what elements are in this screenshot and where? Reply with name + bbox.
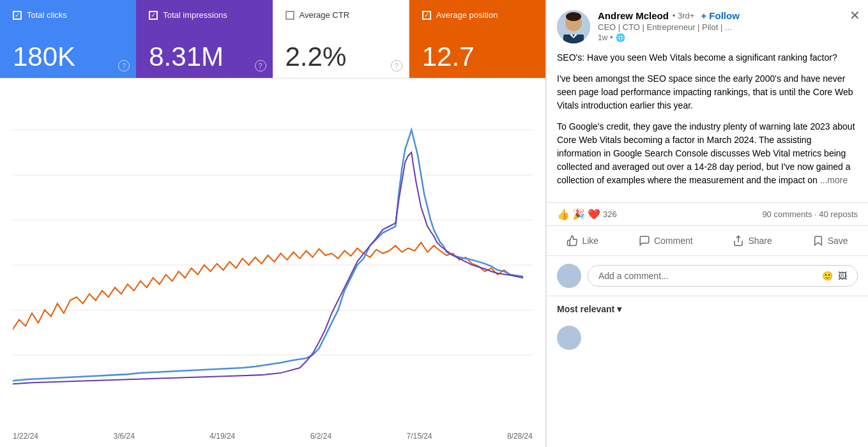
avg-ctr-checkbox[interactable] <box>286 11 294 20</box>
actions-row: Like Comment Share Save <box>547 226 868 256</box>
avg-ctr-help-icon[interactable]: ? <box>391 60 402 72</box>
reaction-heart-icon: ❤️ <box>588 208 600 220</box>
comment-input-icons: 🙂 🖼 <box>822 271 847 281</box>
metric-total-clicks[interactable]: ✓ Total clicks 180K ? <box>0 0 136 78</box>
post-paragraph-2: I've been amongst the SEO space since th… <box>557 72 858 112</box>
metric-total-impressions[interactable]: ✓ Total impressions 8.31M ? <box>136 0 272 78</box>
x-axis-labels: 1/22/24 3/6/24 4/19/24 6/2/24 7/15/24 8/… <box>0 432 545 447</box>
avatar <box>557 10 590 43</box>
comment-input[interactable]: Add a comment... 🙂 🖼 <box>588 265 858 287</box>
comments-count: 90 comments <box>762 209 812 219</box>
post-paragraph-1: SEO's: Have you seen Web Vitals become a… <box>557 51 858 64</box>
post-time: 1w <box>598 33 607 42</box>
comment-label: Comment <box>654 236 693 246</box>
close-button[interactable]: ✕ <box>849 8 860 23</box>
total-clicks-checkbox[interactable]: ✓ <box>13 11 22 20</box>
reposts-count: 40 reposts <box>819 209 858 219</box>
share-icon <box>733 235 744 246</box>
search-console-panel: ✓ Total clicks 180K ? ✓ Total impression… <box>0 0 546 447</box>
total-impressions-label: Total impressions <box>163 10 227 20</box>
reaction-like-icon: 👍 <box>557 208 570 220</box>
follow-button[interactable]: + Follow <box>701 10 739 21</box>
total-clicks-value: 180K <box>13 43 123 70</box>
avg-ctr-label: Average CTR <box>300 10 350 20</box>
share-button[interactable]: Share <box>722 229 782 253</box>
total-impressions-value: 8.31M <box>149 43 259 70</box>
performance-chart-svg <box>13 91 533 400</box>
reaction-count: 326 <box>603 209 617 219</box>
x-label-0: 1/22/24 <box>13 432 38 441</box>
image-icon[interactable]: 🖼 <box>838 271 847 281</box>
comment-icon <box>639 235 650 246</box>
reaction-celebrate-icon: 🎉 <box>572 208 585 220</box>
total-clicks-help-icon[interactable]: ? <box>118 60 130 72</box>
more-link[interactable]: ...more <box>820 175 848 185</box>
dot-separator: • <box>610 33 613 42</box>
post-content: SEO's: Have you seen Web Vitals become a… <box>547 51 868 202</box>
metric-total-clicks-header: ✓ Total clicks <box>13 10 123 20</box>
globe-icon: 🌐 <box>616 33 625 42</box>
reactions-right: 90 comments · 40 reposts <box>762 209 858 219</box>
like-icon <box>567 235 578 246</box>
metric-total-impressions-header: ✓ Total impressions <box>149 10 259 20</box>
save-button[interactable]: Save <box>802 229 858 253</box>
bottom-comment-row <box>547 319 868 356</box>
metric-avg-ctr[interactable]: Average CTR 2.2% ? <box>273 0 409 78</box>
post-header: Andrew Mcleod • 3rd+ + Follow CEO | CTO … <box>547 0 868 51</box>
total-impressions-checkbox[interactable]: ✓ <box>149 11 158 20</box>
like-button[interactable]: Like <box>556 229 609 253</box>
sort-row: Most relevant ▾ <box>547 296 868 319</box>
x-label-2: 4/19/24 <box>209 432 235 441</box>
total-impressions-line <box>13 152 523 384</box>
commenter-avatar <box>557 264 581 288</box>
avg-position-value: 12.7 <box>422 43 533 70</box>
author-title: CEO | CTO | Entrepreneur | Pilot | ... <box>598 22 858 32</box>
avg-ctr-value: 2.2% <box>286 43 396 70</box>
bottom-commenter-avatar <box>557 326 581 350</box>
author-name-row: Andrew Mcleod • 3rd+ + Follow <box>598 10 858 21</box>
metric-avg-position-header: ✓ Average position <box>422 10 533 20</box>
share-label: Share <box>748 236 772 246</box>
performance-chart-area <box>0 79 545 432</box>
save-icon <box>812 235 824 246</box>
post-paragraph-3: To Google's credit, they gave the indust… <box>557 120 858 187</box>
x-label-1: 3/6/24 <box>113 432 134 441</box>
author-degree: • 3rd+ <box>673 11 695 20</box>
author-info: Andrew Mcleod • 3rd+ + Follow CEO | CTO … <box>598 10 858 42</box>
avg-position-label: Average position <box>436 10 498 20</box>
avg-position-checkbox[interactable]: ✓ <box>422 11 431 20</box>
metric-avg-ctr-header: Average CTR <box>286 10 396 20</box>
save-label: Save <box>828 236 848 246</box>
x-label-5: 8/28/24 <box>507 432 533 441</box>
comment-box-row: Add a comment... 🙂 🖼 <box>547 256 868 296</box>
linkedin-post-panel: Andrew Mcleod • 3rd+ + Follow CEO | CTO … <box>546 0 868 447</box>
avatar-svg <box>557 10 590 43</box>
sort-chevron-icon[interactable]: ▾ <box>617 304 621 314</box>
comment-button[interactable]: Comment <box>628 229 703 253</box>
avg-position-line <box>13 242 523 329</box>
emoji-icon[interactable]: 🙂 <box>822 271 833 281</box>
total-impressions-help-icon[interactable]: ? <box>255 60 266 72</box>
author-name: Andrew Mcleod <box>598 10 669 21</box>
x-label-3: 6/2/24 <box>310 432 331 441</box>
total-clicks-label: Total clicks <box>27 10 67 20</box>
metric-avg-position[interactable]: ✓ Average position 12.7 <box>409 0 545 78</box>
svg-point-9 <box>566 12 581 21</box>
like-label: Like <box>582 236 598 246</box>
sort-label: Most relevant <box>557 304 614 314</box>
comment-placeholder: Add a comment... <box>598 271 669 281</box>
reactions-row: 👍 🎉 ❤️ 326 90 comments · 40 reposts <box>547 202 868 226</box>
metrics-bar: ✓ Total clicks 180K ? ✓ Total impression… <box>0 0 545 79</box>
reactions-left: 👍 🎉 ❤️ 326 <box>557 208 617 220</box>
x-label-4: 7/15/24 <box>406 432 432 441</box>
post-meta: 1w • 🌐 <box>598 33 858 42</box>
